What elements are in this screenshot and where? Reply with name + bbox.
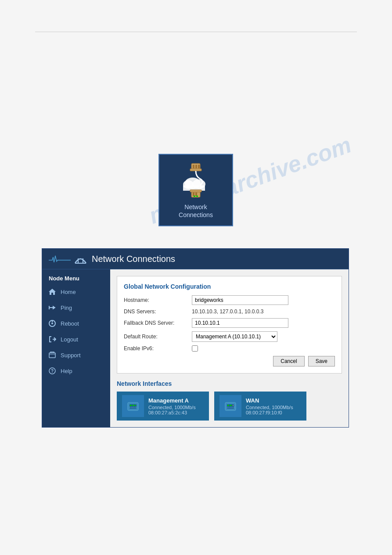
wan-status: Connected, 1000Mb/s	[246, 405, 293, 410]
sidebar-item-ping-label: Ping	[61, 305, 72, 311]
sidebar-item-help-label: Help	[61, 368, 72, 374]
dns-value: 10.10.10.3, 127.0.0.1, 10.0.0.3	[192, 308, 263, 315]
svg-rect-43	[230, 405, 232, 406]
wan-info: WAN Connected, 1000Mb/s 08:00:27:f9:10:f…	[246, 397, 293, 415]
enable-ipv6-checkbox[interactable]	[192, 345, 198, 352]
svg-rect-32	[133, 405, 134, 406]
app-window: Network Connections Node Menu Home	[42, 248, 349, 428]
icon-label: Network Connections	[179, 203, 213, 219]
sidebar-item-help[interactable]: ? Help	[42, 363, 110, 379]
sidebar-item-ping[interactable]: Ping	[42, 300, 110, 316]
global-config-title: Global Network Configuration	[124, 283, 335, 290]
network-icon-svg	[176, 161, 216, 201]
svg-marker-18	[49, 289, 56, 295]
enable-ipv6-label: Enable IPv6:	[124, 345, 192, 352]
save-button[interactable]: Save	[308, 356, 335, 366]
ping-icon	[47, 303, 57, 312]
top-divider	[35, 32, 357, 32]
management-a-name: Management A	[148, 397, 196, 404]
cancel-button[interactable]: Cancel	[273, 356, 304, 366]
app-body: Node Menu Home	[42, 269, 349, 427]
svg-rect-33	[135, 405, 136, 406]
hostname-input[interactable]	[192, 295, 288, 305]
sidebar: Node Menu Home	[42, 269, 110, 427]
sidebar-item-home[interactable]: Home	[42, 284, 110, 300]
main-content: Global Network Configuration Hostname: D…	[110, 269, 349, 427]
svg-rect-25	[49, 353, 55, 358]
svg-rect-11	[195, 192, 197, 196]
hostname-row: Hostname:	[124, 295, 335, 305]
sidebar-item-support[interactable]: Support	[42, 347, 110, 363]
reboot-icon	[47, 319, 57, 328]
svg-rect-3	[198, 165, 200, 168]
network-connections-icon-panel[interactable]: Network Connections	[158, 154, 233, 226]
sidebar-item-logout-label: Logout	[61, 336, 78, 343]
svg-point-23	[51, 323, 53, 324]
default-route-row: Default Route: Management A (10.10.10.1)	[124, 331, 335, 342]
svg-rect-10	[193, 192, 194, 196]
svg-rect-4	[190, 169, 201, 171]
help-icon: ?	[47, 366, 57, 376]
management-a-mac: 08:00:27:a5:2c:43	[148, 410, 196, 415]
fallback-dns-input[interactable]	[192, 318, 288, 328]
home-icon	[47, 287, 57, 297]
svg-rect-31	[130, 405, 132, 406]
svg-rect-14	[196, 196, 198, 197]
svg-rect-44	[233, 405, 234, 406]
hostname-label: Hostname:	[124, 297, 192, 303]
title-bar-text: Network Connections	[92, 254, 175, 264]
sidebar-item-logout[interactable]: Logout	[42, 331, 110, 347]
network-interfaces-section: Network Interfaces	[117, 380, 342, 421]
sidebar-item-reboot[interactable]: Reboot	[42, 316, 110, 331]
management-a-info: Management A Connected, 1000Mb/s 08:00:2…	[148, 397, 196, 415]
svg-rect-1	[193, 165, 194, 168]
svg-rect-2	[195, 165, 197, 168]
global-config-section: Global Network Configuration Hostname: D…	[117, 276, 342, 374]
wan-name: WAN	[246, 397, 293, 404]
interface-card-management-a[interactable]: Management A Connected, 1000Mb/s 08:00:2…	[117, 392, 209, 421]
title-bar: Network Connections	[42, 249, 349, 269]
enable-ipv6-row: Enable IPv6:	[124, 345, 335, 352]
svg-rect-42	[227, 405, 229, 406]
dns-label: DNS Servers:	[124, 308, 192, 315]
button-row: Cancel Save	[124, 356, 335, 366]
svg-text:?: ?	[51, 369, 54, 374]
ekg-icon	[49, 254, 71, 265]
fallback-dns-label: Fallback DNS Server:	[124, 320, 192, 326]
interfaces-title: Network Interfaces	[117, 380, 342, 387]
dns-row: DNS Servers: 10.10.10.3, 127.0.0.1, 10.0…	[124, 308, 335, 315]
default-route-select[interactable]: Management A (10.10.10.1)	[192, 331, 277, 342]
sidebar-item-home-label: Home	[61, 289, 76, 295]
default-route-label: Default Route:	[124, 334, 192, 340]
management-a-status: Connected, 1000Mb/s	[148, 405, 196, 410]
sidebar-header: Node Menu	[42, 272, 110, 284]
fallback-dns-row: Fallback DNS Server:	[124, 318, 335, 328]
svg-rect-12	[190, 190, 201, 192]
sidebar-item-reboot-label: Reboot	[61, 320, 79, 327]
management-a-icon	[122, 395, 144, 417]
bridge-icon	[73, 252, 88, 265]
logout-icon	[47, 334, 57, 344]
interfaces-grid: Management A Connected, 1000Mb/s 08:00:2…	[117, 392, 342, 421]
interface-card-wan[interactable]: WAN Connected, 1000Mb/s 08:00:27:f9:10:f…	[214, 392, 306, 421]
support-icon	[47, 350, 57, 360]
wan-mac: 08:00:27:f9:10:f0	[246, 410, 293, 415]
svg-rect-13	[194, 196, 195, 197]
sidebar-item-support-label: Support	[61, 352, 81, 359]
wan-icon	[219, 395, 241, 417]
